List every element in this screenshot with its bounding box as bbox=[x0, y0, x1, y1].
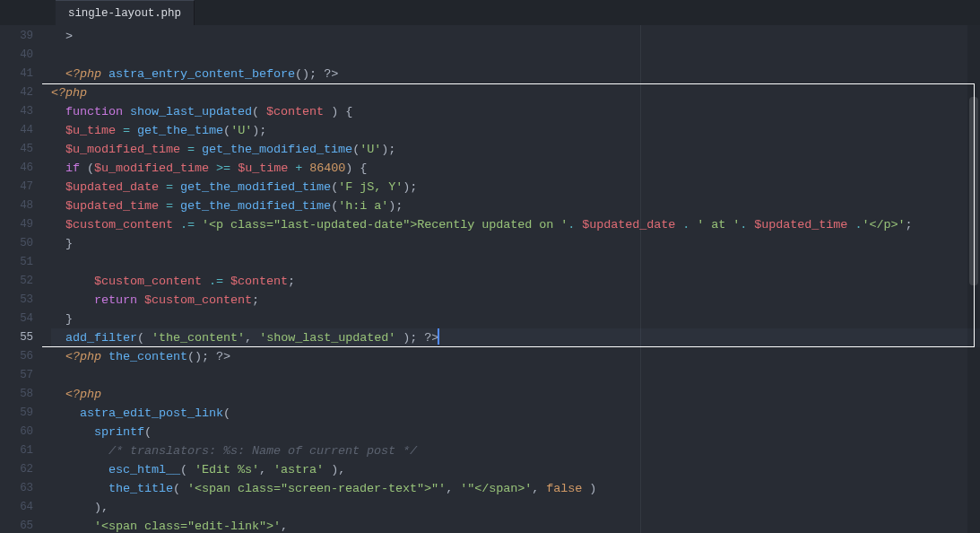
tok: $updated_date bbox=[582, 218, 675, 232]
tok: get_the_time bbox=[137, 124, 223, 137]
code-line[interactable]: the_title( '<span class="screen-reader-t… bbox=[51, 479, 980, 498]
code-line[interactable]: $updated_time = get_the_modified_time('h… bbox=[51, 197, 980, 215]
tok: sprintf bbox=[94, 425, 144, 439]
line-number: 50 bbox=[0, 234, 42, 253]
code-line[interactable]: > bbox=[51, 27, 980, 46]
tok: , bbox=[245, 331, 252, 345]
tok: = bbox=[166, 199, 173, 213]
code-line[interactable]: if ($u_modified_time >= $u_time + 86400)… bbox=[51, 159, 980, 178]
code-line[interactable]: function show_last_updated( $content ) { bbox=[51, 102, 980, 121]
tok: ); bbox=[381, 143, 395, 156]
tok: } bbox=[65, 237, 73, 250]
line-number: 54 bbox=[0, 310, 42, 328]
code-line[interactable] bbox=[51, 46, 980, 65]
tok: ), bbox=[94, 501, 108, 514]
code-line[interactable]: ), bbox=[51, 498, 980, 517]
code-line[interactable]: $custom_content .= $content; bbox=[51, 272, 980, 291]
tok: <?php bbox=[51, 86, 87, 100]
tabbar-spacer bbox=[0, 0, 56, 25]
tok: > bbox=[65, 30, 73, 43]
tok: ) bbox=[345, 162, 352, 175]
code-line[interactable] bbox=[51, 253, 980, 272]
code-line[interactable]: '<span class="edit-link">', bbox=[51, 517, 980, 533]
tok: . bbox=[740, 218, 747, 232]
file-tab[interactable]: single-layout.php bbox=[56, 0, 195, 25]
tok: $updated_time bbox=[65, 199, 159, 213]
code-line[interactable]: } bbox=[51, 310, 980, 328]
tok: 'U' bbox=[360, 143, 381, 156]
tok: 'Edit %s' bbox=[195, 463, 259, 476]
vertical-scrollbar[interactable] bbox=[967, 25, 980, 533]
tok: 'the_content' bbox=[152, 331, 245, 345]
tok: '<p class="last-updated-date">Recently u… bbox=[202, 218, 568, 232]
tok: ) bbox=[331, 105, 338, 118]
tok: ; bbox=[288, 275, 295, 288]
tok: 'astra' bbox=[273, 463, 324, 476]
tok: the_title bbox=[108, 482, 173, 495]
line-number: 46 bbox=[0, 159, 42, 178]
tok: ' at ' bbox=[697, 218, 740, 232]
line-number: 40 bbox=[0, 46, 42, 65]
tok: get_the_modified_time bbox=[202, 143, 352, 156]
code-area[interactable]: > <?php astra_entry_content_before(); ?>… bbox=[42, 25, 980, 533]
line-number: 63 bbox=[0, 479, 42, 498]
code-line[interactable]: $u_modified_time = get_the_modified_time… bbox=[51, 140, 980, 159]
tok: { bbox=[345, 105, 352, 118]
tok: , bbox=[446, 482, 453, 495]
tok: $u_time bbox=[65, 124, 116, 137]
code-line-current[interactable]: add_filter( 'the_content', 'show_last_up… bbox=[51, 328, 980, 347]
tok: .= bbox=[180, 218, 195, 232]
tok: $updated_date bbox=[65, 180, 159, 194]
tok: . bbox=[682, 218, 689, 232]
code-line[interactable]: esc_html__( 'Edit %s', 'astra' ), bbox=[51, 460, 980, 479]
tok: '"</span>' bbox=[460, 482, 532, 495]
tok: <?php bbox=[65, 67, 101, 81]
tok: false bbox=[546, 482, 582, 495]
tok: 'F jS, Y' bbox=[338, 180, 403, 194]
tok: ( bbox=[180, 463, 187, 476]
code-line[interactable]: sprintf( bbox=[51, 423, 980, 441]
code-line[interactable]: /* translators: %s: Name of current post… bbox=[51, 441, 980, 460]
tok: $u_modified_time bbox=[65, 143, 180, 156]
scrollbar-thumb[interactable] bbox=[969, 97, 978, 285]
tok: ); bbox=[252, 124, 266, 137]
tok: add_filter bbox=[65, 331, 137, 345]
line-number: 58 bbox=[0, 385, 42, 404]
code-line[interactable]: $updated_date = get_the_modified_time('F… bbox=[51, 178, 980, 197]
code-line[interactable]: <?php the_content(); ?> bbox=[51, 347, 980, 366]
editor[interactable]: 39 40 41 42 43 44 45 46 47 48 49 50 51 5… bbox=[0, 25, 980, 533]
code-line[interactable] bbox=[51, 366, 980, 385]
line-number: 47 bbox=[0, 178, 42, 197]
tok: return bbox=[94, 293, 137, 307]
code-line[interactable]: <?php bbox=[51, 385, 980, 404]
tok: >= bbox=[216, 162, 230, 175]
code-line[interactable]: <?php bbox=[51, 83, 980, 102]
line-number: 62 bbox=[0, 460, 42, 479]
code-line[interactable]: <?php astra_entry_content_before(); ?> bbox=[51, 65, 980, 83]
tok: $custom_content bbox=[144, 293, 252, 307]
tok: 'h:i a' bbox=[338, 199, 388, 213]
line-number: 52 bbox=[0, 272, 42, 291]
tok: the_content bbox=[108, 350, 187, 363]
code-line[interactable]: astra_edit_post_link( bbox=[51, 404, 980, 423]
tok: ( bbox=[331, 199, 338, 213]
tok: if bbox=[65, 162, 80, 175]
tok: ); bbox=[403, 180, 417, 194]
code-line[interactable]: $custom_content .= '<p class="last-updat… bbox=[51, 215, 980, 234]
line-number: 53 bbox=[0, 291, 42, 310]
tok: $u_time bbox=[238, 162, 288, 175]
tok: $updated_time bbox=[754, 218, 847, 232]
tok: , bbox=[532, 482, 539, 495]
tok: ), bbox=[331, 463, 345, 476]
tok: <?php bbox=[65, 388, 101, 401]
code-line[interactable]: return $custom_content; bbox=[51, 291, 980, 310]
code-line[interactable]: $u_time = get_the_time('U'); bbox=[51, 121, 980, 140]
line-number: 64 bbox=[0, 498, 42, 517]
tok: ( bbox=[223, 406, 230, 420]
tok: '</p>' bbox=[862, 218, 905, 232]
line-number: 59 bbox=[0, 404, 42, 423]
tok: = bbox=[187, 143, 195, 156]
tok: ); bbox=[388, 199, 403, 213]
tok: ( bbox=[137, 331, 144, 345]
code-line[interactable]: } bbox=[51, 234, 980, 253]
